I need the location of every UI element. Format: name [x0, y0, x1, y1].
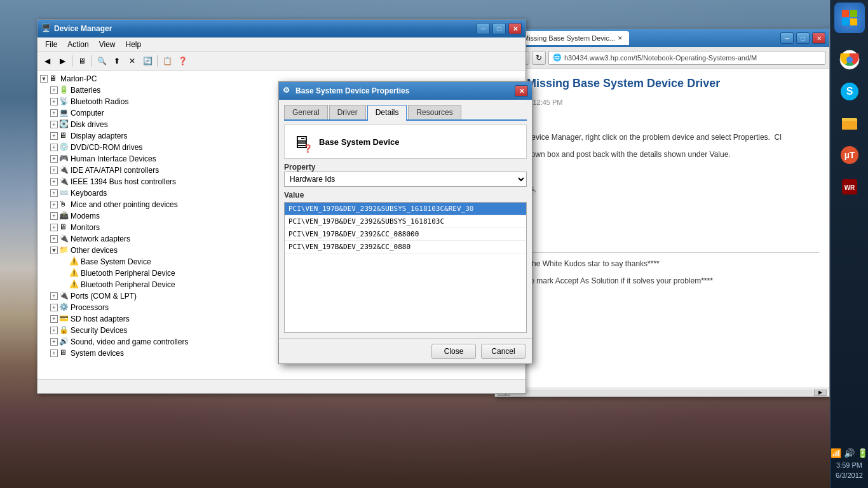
ide-expand[interactable]: +	[50, 166, 58, 174]
hid-expand[interactable]: +	[50, 155, 58, 163]
hardware-id-item-2[interactable]: PCI\VEN_197B&DEV_2392&CC_088000	[285, 228, 526, 241]
bluetooth-expand[interactable]: +	[50, 98, 58, 105]
computer-expand[interactable]: +	[50, 109, 58, 117]
dialog-buttons: Close Cancel	[279, 338, 532, 363]
toolbar: ◀ ▶ 🖥 🔍 ⬆ ✕ 🔄 📋 ❓	[37, 51, 526, 71]
scan-button[interactable]: 🔄	[140, 54, 154, 68]
minimize-button[interactable]: ─	[477, 23, 490, 34]
nav-refresh[interactable]: ↻	[532, 51, 546, 65]
device-header: 🖥 ❓ Base System Device	[284, 125, 527, 159]
computer-button[interactable]: 🖥	[75, 54, 89, 68]
other-label: Other devices	[71, 246, 118, 255]
network-icon[interactable]: 📶	[831, 448, 841, 458]
sound-expand[interactable]: +	[50, 338, 58, 346]
processors-label: Processors	[71, 303, 109, 312]
hardware-id-item-3[interactable]: PCI\VEN_197B&DEV_2392&CC_0880	[285, 241, 526, 254]
security-expand[interactable]: +	[50, 327, 58, 334]
forward-button[interactable]: ▶	[55, 54, 69, 68]
close-button[interactable]: Close	[431, 344, 476, 359]
tab-details[interactable]: Details	[367, 105, 407, 121]
processors-expand[interactable]: +	[50, 304, 58, 311]
windows-logo-icon	[841, 9, 858, 27]
help-button[interactable]: ❓	[175, 54, 189, 68]
battery-tray-icon[interactable]: 🔋	[857, 448, 868, 458]
sd-expand[interactable]: +	[50, 315, 58, 323]
dialog-titlebar: ⚙ Base System Device Properties ✕	[279, 82, 532, 100]
hardware-ids-list[interactable]: PCI\VEN_197B&DEV_2392&SUBSYS_1618103C&RE…	[284, 202, 527, 333]
winrar-icon[interactable]: WR	[834, 172, 865, 202]
modems-expand[interactable]: +	[50, 212, 58, 220]
ports-expand[interactable]: +	[50, 292, 58, 300]
device-manager-title: Device Manager	[54, 24, 474, 33]
close-button[interactable]: ✕	[508, 23, 522, 34]
browser-content: Re: Missing Base System Device Driver 02…	[495, 69, 829, 388]
disk-label: Disk drives	[71, 120, 108, 129]
mice-expand[interactable]: +	[50, 201, 58, 208]
batteries-label: Batteries	[71, 86, 100, 95]
display-label: Display adapters	[71, 132, 127, 140]
dvd-expand[interactable]: +	[50, 144, 58, 151]
back-button[interactable]: ◀	[40, 54, 54, 68]
search-driver-button[interactable]: 🔍	[95, 54, 109, 68]
tab-resources[interactable]: Resources	[408, 105, 461, 119]
bt-periph-2-label: Bluetooth Peripheral Device	[81, 280, 175, 289]
hardware-id-item-1[interactable]: PCI\VEN_197B&DEV_2392&SUBSYS_1618103C	[285, 215, 526, 228]
browser-tab[interactable]: Missing Base System Devic... ✕	[517, 31, 629, 45]
scroll-track	[510, 390, 814, 396]
browser-window: hp Missing Base System Devic... ✕ ─ □ ✕ …	[494, 29, 830, 397]
ports-label: Ports (COM & LPT)	[71, 292, 137, 301]
device-name: Base System Device	[319, 137, 399, 147]
svg-text:WR: WR	[844, 184, 855, 191]
explorer-icon[interactable]	[834, 108, 865, 139]
post-solution: **Please mark Accept As Solution if it s…	[505, 275, 819, 287]
tab-driver[interactable]: Driver	[329, 105, 366, 119]
properties-button[interactable]: 📋	[160, 54, 174, 68]
sound-icon[interactable]: 🔊	[844, 448, 855, 458]
svg-rect-11	[842, 118, 848, 121]
sys-tray: 📶 🔊 🔋	[831, 448, 868, 458]
root-expand-icon[interactable]: ▼	[40, 75, 48, 83]
batteries-expand[interactable]: +	[50, 86, 58, 94]
menu-help[interactable]: Help	[121, 39, 147, 50]
menu-action[interactable]: Action	[62, 39, 93, 50]
system-expand[interactable]: +	[50, 349, 58, 357]
cancel-button[interactable]: Cancel	[481, 344, 526, 359]
hardware-id-item-0[interactable]: PCI\VEN_197B&DEV_2392&SUBSYS_1618103C&RE…	[285, 203, 526, 215]
skype-icon[interactable]: S	[834, 76, 865, 107]
disk-expand[interactable]: +	[50, 121, 58, 128]
clock-date: 6/3/2012	[836, 471, 863, 480]
base-system-label: Base System Device	[81, 257, 151, 266]
uninstall-button[interactable]: ✕	[125, 54, 139, 68]
address-bar[interactable]: 🌐 h30434.www3.hp.com/t5/Notebook-Operati…	[548, 51, 825, 65]
menubar: File Action View Help	[37, 37, 526, 51]
clock-display: 3:59 PM 6/3/2012	[836, 461, 863, 480]
chrome-icon[interactable]	[834, 44, 865, 75]
browser-close[interactable]: ✕	[812, 32, 825, 44]
device-manager-icon: 🖥️	[41, 24, 51, 34]
svg-rect-1	[850, 10, 857, 17]
windows-start-button[interactable]	[834, 3, 865, 33]
post-body: , p into Device Manager, right click on …	[505, 114, 819, 287]
update-driver-button[interactable]: ⬆	[110, 54, 124, 68]
scroll-right[interactable]: ▶	[814, 390, 827, 396]
maximize-button[interactable]: □	[492, 23, 506, 34]
desktop: 🖥️ Device Manager ─ □ ✕ File Action View…	[0, 0, 868, 488]
dialog-close-button[interactable]: ✕	[515, 85, 528, 97]
tab-close-button[interactable]: ✕	[618, 35, 623, 41]
browser-maximize[interactable]: □	[796, 32, 810, 44]
browser-minimize[interactable]: ─	[780, 32, 794, 44]
utorrent-icon[interactable]: µT	[834, 140, 865, 170]
clock-area: 📶 🔊 🔋 3:59 PM 6/3/2012	[831, 448, 868, 485]
property-dropdown[interactable]: Hardware Ids	[284, 172, 527, 187]
network-expand[interactable]: +	[50, 235, 58, 243]
browser-scrollbar[interactable]: ◀ ▶	[495, 388, 829, 396]
display-expand[interactable]: +	[50, 132, 58, 140]
tab-general[interactable]: General	[284, 105, 328, 119]
ieee-expand[interactable]: +	[50, 178, 58, 186]
svg-text:µT: µT	[844, 150, 855, 160]
keyboards-expand[interactable]: +	[50, 189, 58, 197]
menu-file[interactable]: File	[40, 39, 62, 50]
monitors-expand[interactable]: +	[50, 224, 58, 231]
menu-view[interactable]: View	[94, 39, 121, 50]
other-expand[interactable]: ▼	[50, 247, 58, 254]
